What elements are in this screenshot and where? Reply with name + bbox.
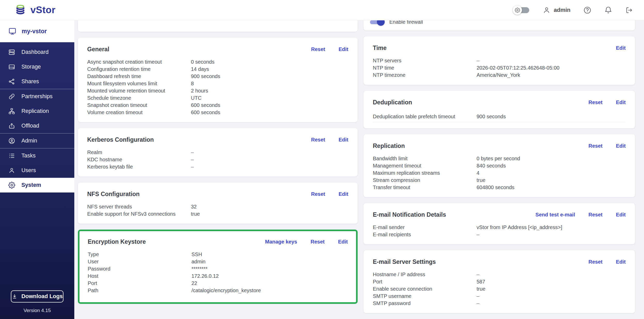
sidebar-item-label: Users bbox=[21, 167, 36, 174]
vstor-system-page: { "colors": { "accent": "#3b46c9", "high… bbox=[0, 0, 644, 319]
row-label: Type bbox=[88, 251, 191, 257]
settings-row: Realm– bbox=[87, 149, 348, 156]
row-label: Enable support for NFSv3 connections bbox=[87, 211, 191, 217]
row-label: SMTP username bbox=[373, 293, 477, 299]
row-label: Management timeout bbox=[373, 163, 477, 169]
settings-row: NFS server threads32 bbox=[87, 203, 348, 210]
settings-row: Stream compressiontrue bbox=[373, 177, 626, 184]
reset-link[interactable]: Reset bbox=[589, 259, 602, 265]
sidebar-item-storage[interactable]: Storage bbox=[0, 60, 74, 74]
row-label: E-mail sender bbox=[373, 224, 477, 230]
row-label: Deduplication table prefetch timeout bbox=[373, 114, 477, 120]
download-logs-label: Download Logs bbox=[21, 293, 63, 300]
row-value: 4 bbox=[477, 170, 626, 176]
sidebar-item-offload[interactable]: Offload bbox=[0, 119, 74, 133]
partnerships-icon bbox=[8, 93, 15, 100]
reset-link[interactable]: Reset bbox=[311, 137, 325, 143]
row-value: ******** bbox=[191, 266, 348, 272]
user-menu[interactable]: admin bbox=[543, 6, 570, 14]
reset-link[interactable]: Reset bbox=[311, 239, 325, 245]
row-label: Enable secure connection bbox=[373, 286, 477, 292]
row-value: – bbox=[477, 300, 626, 306]
top-header: vStor admin bbox=[0, 0, 644, 20]
card-actions: ResetEdit bbox=[311, 46, 348, 52]
sidebar-item-label: Shares bbox=[21, 78, 39, 85]
notifications-bell-icon[interactable] bbox=[604, 6, 612, 14]
sidebar-item-dashboard[interactable]: Dashboard bbox=[0, 45, 74, 60]
row-value: – bbox=[191, 164, 348, 170]
sidebar-item-system[interactable]: System bbox=[0, 178, 74, 192]
admin-icon bbox=[8, 137, 15, 144]
right-column: Enable firewall TimeEditNTP servers–NTP … bbox=[364, 20, 635, 313]
settings-row: Hostname / IP address– bbox=[373, 271, 626, 278]
edit-link[interactable]: Edit bbox=[339, 46, 348, 52]
edit-link[interactable]: Edit bbox=[616, 212, 626, 218]
card-actions: ResetEdit bbox=[589, 259, 626, 265]
sidebar-item-admin[interactable]: Admin bbox=[0, 133, 74, 148]
edit-link[interactable]: Edit bbox=[616, 259, 626, 265]
reset-link[interactable]: Reset bbox=[589, 143, 602, 149]
row-value: America/New_York bbox=[477, 72, 626, 78]
card-actions: ResetEdit bbox=[311, 191, 348, 197]
card-title: Deduplication bbox=[373, 99, 412, 106]
card-title: NFS Configuration bbox=[87, 191, 140, 198]
reset-link[interactable]: Reset bbox=[589, 99, 602, 105]
row-value: true bbox=[477, 286, 626, 292]
settings-row: Bandwidth limit0 bytes per second bbox=[373, 155, 626, 162]
sidebar-item-tasks[interactable]: Tasks bbox=[0, 148, 74, 163]
edit-link[interactable]: Edit bbox=[616, 99, 626, 105]
card-title: Kerberos Configuration bbox=[87, 136, 154, 143]
storage-icon bbox=[8, 63, 15, 70]
logout-icon[interactable] bbox=[625, 6, 633, 14]
reset-link[interactable]: Reset bbox=[589, 212, 602, 218]
reset-link[interactable]: Reset bbox=[311, 46, 325, 52]
sidebar-item-partnerships[interactable]: Partnerships bbox=[0, 89, 74, 104]
row-label: Mount filesystem volumes limit bbox=[87, 81, 191, 87]
tasks-icon bbox=[8, 152, 15, 159]
settings-row: Snapshot creation timeout600 seconds bbox=[87, 102, 348, 109]
row-value: 604800 seconds bbox=[477, 184, 626, 190]
row-label: Port bbox=[88, 280, 191, 286]
download-logs-button[interactable]: Download Logs bbox=[11, 290, 63, 303]
row-label: NFS server threads bbox=[87, 204, 191, 210]
sidebar-item-replication[interactable]: Replication bbox=[0, 104, 74, 119]
card-time: TimeEditNTP servers–NTP time2026-02-05T0… bbox=[364, 36, 635, 85]
row-label: Mounted volume retention timeout bbox=[87, 88, 191, 94]
edit-link[interactable]: Edit bbox=[339, 137, 348, 143]
row-label: Path bbox=[88, 288, 191, 293]
edit-link[interactable]: Edit bbox=[338, 239, 348, 245]
row-value: 172.26.0.12 bbox=[191, 273, 348, 279]
theme-toggle[interactable] bbox=[513, 5, 530, 15]
row-value: 600 seconds bbox=[191, 102, 348, 108]
enable-firewall-label: Enable firewall bbox=[389, 20, 423, 25]
user-icon bbox=[543, 6, 551, 14]
settings-row: NTP time2026-02-05T07:12:25.462648-05:00 bbox=[373, 64, 626, 71]
username-label: admin bbox=[554, 7, 570, 13]
card-general: GeneralResetEditAsync snapshot creation … bbox=[78, 38, 358, 122]
sidebar-item-shares[interactable]: Shares bbox=[0, 74, 74, 89]
row-label: E-mail recipients bbox=[373, 232, 477, 238]
dashboard-icon bbox=[8, 49, 15, 56]
enable-firewall-toggle[interactable] bbox=[369, 20, 385, 26]
manage-keys-link[interactable]: Manage keys bbox=[265, 239, 297, 245]
help-icon[interactable] bbox=[583, 6, 591, 14]
sidebar-hostname[interactable]: my-vstor bbox=[0, 20, 74, 42]
card-e-mail-server-settings: E-mail Server SettingsResetEditHostname … bbox=[364, 250, 635, 313]
sidebar-item-users[interactable]: Users bbox=[0, 163, 74, 178]
settings-row: Password******** bbox=[88, 265, 348, 272]
edit-link[interactable]: Edit bbox=[616, 143, 626, 149]
settings-row: Management timeout840 seconds bbox=[373, 162, 626, 169]
edit-link[interactable]: Edit bbox=[339, 191, 348, 197]
row-label: NTP servers bbox=[373, 58, 477, 64]
row-label: SMTP password bbox=[373, 300, 477, 306]
card-actions: ResetEdit bbox=[589, 143, 626, 149]
edit-link[interactable]: Edit bbox=[616, 45, 626, 51]
row-label: User bbox=[88, 259, 191, 265]
settings-row: Dashboard refresh time900 seconds bbox=[87, 73, 348, 80]
reset-link[interactable]: Reset bbox=[311, 191, 325, 197]
database-logo-icon bbox=[14, 4, 26, 16]
send-test-e-mail-link[interactable]: Send test e-mail bbox=[535, 212, 575, 218]
version-label: Version 4.15 bbox=[0, 308, 74, 313]
card-actions: Send test e-mailResetEdit bbox=[535, 212, 626, 218]
row-value: 22 bbox=[191, 280, 348, 286]
